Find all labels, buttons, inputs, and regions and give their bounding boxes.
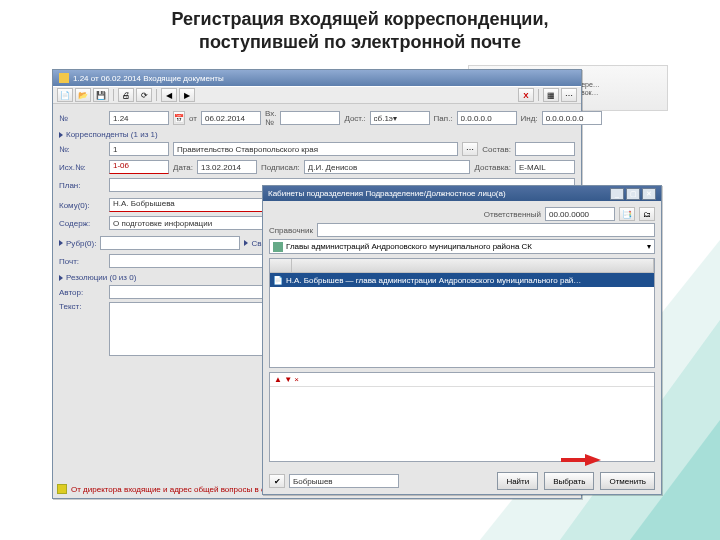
lookup-icon[interactable]: ⋯ — [462, 142, 478, 156]
find-button[interactable]: Найти — [497, 472, 538, 490]
vhno-input[interactable] — [280, 111, 340, 125]
corr-code-input[interactable] — [109, 142, 169, 156]
chevron-right-icon — [59, 132, 63, 138]
rubriki-input[interactable] — [100, 236, 240, 250]
doc-icon: 📄 — [273, 276, 283, 285]
rubriki-section[interactable]: Рубр(0): — [59, 239, 96, 248]
num-input[interactable] — [109, 111, 169, 125]
tb-prev[interactable]: ◀ — [161, 88, 177, 102]
tb-refresh[interactable]: ⟳ — [136, 88, 152, 102]
modal-title-text: Кабинеты подразделения Подразделение/Дол… — [268, 189, 506, 198]
arrow-annotation — [585, 454, 601, 466]
search-toggle[interactable]: ✔ — [269, 474, 285, 488]
maximize-icon[interactable]: ▢ — [626, 188, 640, 200]
isxno-input[interactable]: 1-06 — [109, 160, 169, 174]
list-header — [270, 259, 654, 273]
list-item[interactable]: 📄 Н.А. Бобрышев — глава администрации Ан… — [270, 273, 654, 287]
select-button[interactable]: Выбрать — [544, 472, 594, 490]
tb-open[interactable]: 📂 — [75, 88, 91, 102]
modal-titlebar[interactable]: Кабинеты подразделения Подразделение/Дол… — [263, 186, 661, 201]
tb-print[interactable]: 🖨 — [118, 88, 134, 102]
main-window-titlebar[interactable]: 1.24 от 06.02.2014 Входящие документы — [53, 70, 581, 86]
tb-next[interactable]: ▶ — [179, 88, 195, 102]
dostavka-input[interactable] — [515, 160, 575, 174]
modal-tool2[interactable]: 🗂 — [639, 207, 655, 221]
modal-window: Кабинеты подразделения Подразделение/Дол… — [262, 185, 662, 495]
tb-new[interactable]: 📄 — [57, 88, 73, 102]
modal-tool1[interactable]: 📑 — [619, 207, 635, 221]
tb-delete[interactable]: X — [518, 88, 534, 102]
minimize-icon[interactable]: _ — [610, 188, 624, 200]
num-label: № — [59, 114, 105, 123]
dost-input[interactable] — [370, 111, 430, 125]
filter-select[interactable]: Главы администраций Андроповского муници… — [269, 239, 655, 254]
tb-save[interactable]: 💾 — [93, 88, 109, 102]
avtor-input[interactable] — [109, 285, 269, 299]
folder-icon — [273, 242, 283, 252]
sprav-input[interactable] — [317, 223, 655, 237]
pap-input[interactable] — [457, 111, 517, 125]
calendar-icon[interactable]: 📅 — [173, 111, 185, 125]
ind-input[interactable] — [542, 111, 602, 125]
main-window-title: 1.24 от 06.02.2014 Входящие документы — [73, 74, 224, 83]
tb-extra2[interactable]: ⋯ — [561, 88, 577, 102]
sostav-input[interactable] — [515, 142, 575, 156]
corr-name-input[interactable] — [173, 142, 458, 156]
warn-icon — [57, 484, 67, 494]
tb-extra1[interactable]: ▦ — [543, 88, 559, 102]
main-toolbar: 📄 📂 💾 🖨 ⟳ ◀ ▶ X ▦ ⋯ — [53, 86, 581, 104]
close-icon[interactable]: ✕ — [642, 188, 656, 200]
app-icon — [59, 73, 69, 83]
pochta-input[interactable] — [109, 254, 269, 268]
bottom-pane: ▲ ▼ × — [269, 372, 655, 462]
cancel-button[interactable]: Отменить — [600, 472, 655, 490]
correspondents-section[interactable]: Корреспонденты (1 из 1) — [59, 130, 575, 139]
search-input[interactable] — [289, 474, 399, 488]
code-input[interactable] — [545, 207, 615, 221]
bottom-pane-header[interactable]: ▲ ▼ × — [270, 373, 654, 387]
slide-title: Регистрация входящей корреспонденции, по… — [0, 0, 720, 53]
podpisal-input[interactable] — [304, 160, 471, 174]
date-input[interactable] — [201, 111, 261, 125]
corr-date-input[interactable] — [197, 160, 257, 174]
list-pane[interactable]: 📄 Н.А. Бобрышев — глава администрации Ан… — [269, 258, 655, 368]
